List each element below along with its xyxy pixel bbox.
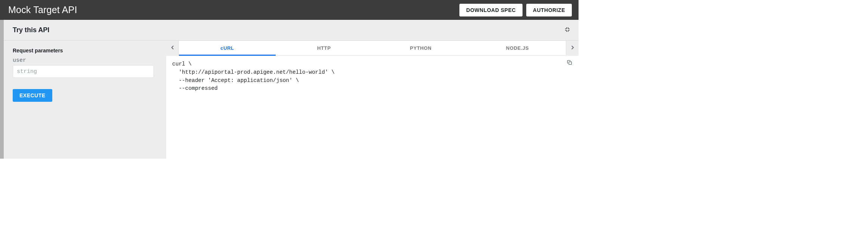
tab-label: HTTP [317, 45, 331, 51]
tab-http[interactable]: HTTP [276, 41, 372, 55]
tab-python[interactable]: PYTHON [372, 41, 469, 55]
code-tabs: cURL HTTP PYTHON NODE.JS [179, 41, 566, 56]
param-label-user: user [13, 57, 158, 64]
topbar-actions: DOWNLOAD SPEC AUTHORIZE [459, 4, 572, 16]
param-input-user[interactable] [13, 65, 154, 78]
tabs-row: cURL HTTP PYTHON NODE.JS [166, 41, 579, 56]
chevron-right-icon [569, 44, 576, 52]
tab-curl[interactable]: cURL [179, 41, 276, 55]
copy-icon [567, 61, 573, 67]
try-api-title: Try this API [13, 26, 563, 34]
authorize-button[interactable]: AUTHORIZE [526, 4, 572, 16]
tabs-prev-button[interactable] [166, 41, 179, 56]
try-api-header: Try this API [4, 20, 579, 41]
topbar: Mock Target API DOWNLOAD SPEC AUTHORIZE [0, 0, 579, 20]
code-snippet: curl \ 'http://apiportal-prod.apigee.net… [172, 61, 335, 91]
copy-button[interactable] [567, 59, 574, 67]
code-column: cURL HTTP PYTHON NODE.JS curl \ 'http://… [166, 41, 579, 159]
tab-label: cURL [220, 45, 234, 51]
tab-label: PYTHON [410, 45, 432, 51]
collapse-button[interactable] [563, 26, 572, 35]
left-rail [0, 20, 4, 159]
collapse-icon [564, 27, 570, 34]
code-body: curl \ 'http://apiportal-prod.apigee.net… [166, 56, 579, 159]
page-title: Mock Target API [8, 4, 459, 15]
tabs-next-button[interactable] [566, 41, 579, 56]
body: Request parameters user EXECUTE cURL HTT… [4, 41, 579, 159]
params-heading: Request parameters [13, 48, 158, 54]
execute-button[interactable]: EXECUTE [13, 89, 52, 102]
tab-label: NODE.JS [506, 45, 529, 51]
main: Try this API Request parameters user [4, 20, 579, 159]
download-spec-button[interactable]: DOWNLOAD SPEC [459, 4, 523, 16]
content-wrap: Try this API Request parameters user [0, 20, 579, 159]
params-column: Request parameters user EXECUTE [4, 41, 166, 159]
svg-rect-0 [569, 62, 571, 64]
chevron-left-icon [169, 44, 176, 52]
tab-nodejs[interactable]: NODE.JS [469, 41, 566, 55]
